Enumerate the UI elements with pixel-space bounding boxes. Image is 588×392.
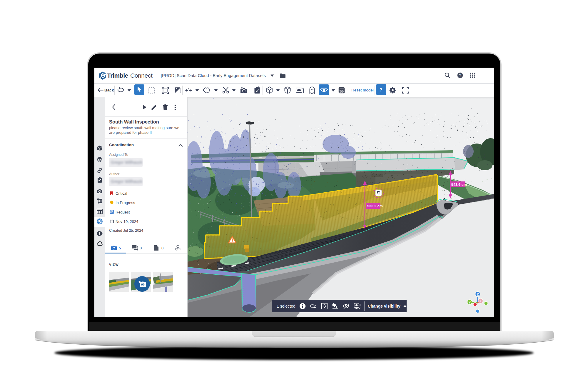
svg-text:543.6 cm: 543.6 cm [451, 183, 467, 187]
svg-text:?: ? [459, 73, 461, 77]
svg-text:Y: Y [469, 301, 471, 304]
svg-text:x: x [188, 88, 189, 90]
svg-text:X: X [480, 299, 482, 303]
svg-text:Z: Z [477, 293, 479, 296]
svg-text:533.2 cm: 533.2 cm [367, 204, 383, 208]
